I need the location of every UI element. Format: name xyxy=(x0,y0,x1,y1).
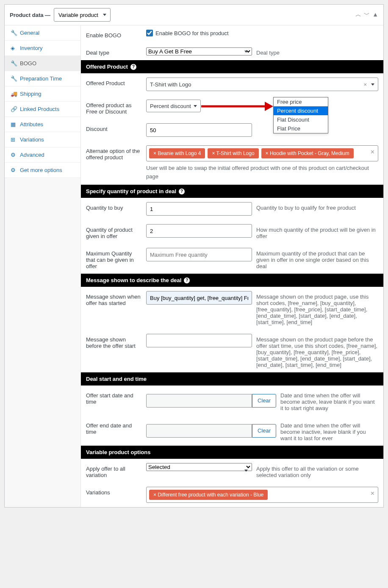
sidebar-item-inventory[interactable]: ◈Inventory xyxy=(5,41,80,56)
end-time-input[interactable] xyxy=(146,424,252,438)
truck-icon: 🚚 xyxy=(11,91,17,97)
chevron-down-icon[interactable]: ﹀ xyxy=(364,11,370,19)
dropdown-option-free-price[interactable]: Free price xyxy=(274,97,328,106)
end-time-label: Offer end date and time xyxy=(86,420,141,435)
enable-bogo-text: Enable BOGO for this product xyxy=(155,30,229,36)
free-or-discount-select[interactable]: Percent discount xyxy=(146,100,201,112)
wrench-icon: 🔧 xyxy=(11,75,17,82)
caret-icon xyxy=(194,105,197,107)
section-variable: Variable product options xyxy=(81,446,383,459)
msg-started-hint: Message shown on the product page, use t… xyxy=(256,291,378,325)
panel-header: Product data — Variable product ︿ ﹀ ▲ xyxy=(5,5,383,25)
section-quantity: Specify quantity of product in deal ? xyxy=(81,185,383,198)
dropdown-option-flat-price[interactable]: Flat Price xyxy=(274,124,328,133)
gear-icon: ⚙ xyxy=(11,167,17,173)
start-time-hint: Date and time when the offer will become… xyxy=(280,390,378,411)
dropdown-option-percent-discount[interactable]: Percent discount xyxy=(274,106,328,115)
sidebar-item-advanced[interactable]: ⚙Advanced xyxy=(5,147,80,163)
sidebar: 🔧General ◈Inventory 🔧BOGO 🔧Preparation T… xyxy=(5,25,81,507)
sidebar-item-variations[interactable]: ⊞Variations xyxy=(5,132,80,147)
dropdown-option-flat-discount[interactable]: Flat Discount xyxy=(274,115,328,124)
start-time-input[interactable] xyxy=(146,394,252,408)
diamond-icon: ◈ xyxy=(11,45,17,51)
qty-given-hint: How much quantity of the product will be… xyxy=(256,224,378,239)
discount-type-dropdown: Free price Percent discount Flat Discoun… xyxy=(273,97,328,133)
section-time: Deal start and end time xyxy=(81,372,383,386)
qty-max-hint: Maximum quantity of the product that can… xyxy=(256,248,378,269)
section-offered-product: Offered Product ? xyxy=(81,60,383,73)
deal-type-hint: Deal type xyxy=(256,47,378,56)
alternate-hint: User will be able to swap the initial of… xyxy=(146,164,378,180)
start-time-label: Offer start date and time xyxy=(86,390,141,405)
alternate-tags-container[interactable]: × Beanie with Logo 4 × T-Shirt with Logo… xyxy=(146,145,378,161)
layout-icon: ▦ xyxy=(11,121,17,128)
sidebar-item-get-more-options[interactable]: ⚙Get more options xyxy=(5,163,80,178)
wrench-icon: 🔧 xyxy=(11,30,17,36)
collapse-icon[interactable]: ▲ xyxy=(372,11,378,19)
caret-icon xyxy=(371,83,374,86)
qty-buy-input[interactable] xyxy=(146,202,252,216)
tag-item[interactable]: × Different free product with each varia… xyxy=(149,490,268,500)
help-icon[interactable]: ? xyxy=(130,64,136,70)
alternate-label: Alternate option of the offered product xyxy=(86,145,141,161)
free-or-discount-label: Offered product as Free or Discount xyxy=(86,100,141,115)
section-message: Message shown to describe the deal ? xyxy=(81,274,383,287)
discount-input[interactable] xyxy=(146,123,252,137)
product-data-panel: Product data — Variable product ︿ ﹀ ▲ 🔧G… xyxy=(4,4,384,508)
qty-max-label: Maximum Quantity that can be given in of… xyxy=(86,248,141,269)
variations-tags-container[interactable]: × Different free product with each varia… xyxy=(146,487,378,503)
product-type-select[interactable]: Variable product xyxy=(54,8,111,22)
sidebar-item-bogo[interactable]: 🔧BOGO xyxy=(5,56,80,71)
qty-buy-hint: Quantity to buy to qualify for free prod… xyxy=(256,202,378,216)
panel-title: Product data — xyxy=(10,12,50,18)
sidebar-item-general[interactable]: 🔧General xyxy=(5,25,80,41)
end-time-hint: Date and time when the offer will become… xyxy=(280,420,378,441)
grid-icon: ⊞ xyxy=(11,136,17,143)
discount-label: Discount xyxy=(86,123,141,132)
offered-product-label: Offered Product xyxy=(86,78,141,86)
tag-item[interactable]: × Beanie with Logo 4 xyxy=(149,148,205,158)
wrench-icon: 🔧 xyxy=(11,60,17,67)
gear-icon: ⚙ xyxy=(11,152,17,158)
clear-all-icon[interactable]: × xyxy=(371,148,374,156)
msg-started-input[interactable] xyxy=(146,291,252,305)
help-icon[interactable]: ? xyxy=(179,189,185,194)
deal-type-select[interactable]: Buy A Get B Free xyxy=(146,47,252,55)
sidebar-item-attributes[interactable]: ▦Attributes xyxy=(5,117,80,132)
annotation-arrow xyxy=(201,101,273,112)
deal-type-label: Deal type xyxy=(86,47,141,56)
start-time-clear-button[interactable]: Clear xyxy=(252,394,276,408)
apply-variation-select[interactable]: Selected xyxy=(146,463,252,471)
variations-label: Variations xyxy=(86,487,141,496)
apply-variation-hint: Apply this offer to all the variation or… xyxy=(256,463,378,478)
offered-product-select[interactable]: T-Shirt with Logo × xyxy=(146,78,378,91)
main-content: Enable BOGO Enable BOGO for this product… xyxy=(81,25,383,507)
link-icon: 🔗 xyxy=(11,106,17,112)
sidebar-item-linked-products[interactable]: 🔗Linked Products xyxy=(5,102,80,117)
tag-item[interactable]: × T-Shirt with Logo xyxy=(208,148,258,158)
tag-item[interactable]: × Hoodie with Pocket - Gray, Medium xyxy=(261,148,354,158)
clear-all-icon[interactable]: × xyxy=(371,490,374,497)
clear-icon[interactable]: × xyxy=(363,81,367,88)
enable-bogo-checkbox[interactable] xyxy=(146,30,153,36)
qty-given-input[interactable] xyxy=(146,224,252,238)
msg-started-label: Message shown when offer has started xyxy=(86,291,141,306)
msg-before-label: Message shown before the offer start xyxy=(86,334,141,349)
svg-marker-1 xyxy=(265,102,273,111)
qty-given-label: Quantity of product given in offer xyxy=(86,224,141,239)
msg-before-hint: Message shown on the product page before… xyxy=(256,334,378,368)
sidebar-item-shipping[interactable]: 🚚Shipping xyxy=(5,86,80,102)
help-icon[interactable]: ? xyxy=(184,277,190,283)
sidebar-item-preparation-time[interactable]: 🔧Preparation Time xyxy=(5,71,80,86)
qty-buy-label: Quantity to buy xyxy=(86,202,141,211)
apply-variation-label: Apply offer to all variation xyxy=(86,463,141,478)
qty-max-input[interactable] xyxy=(146,248,252,261)
end-time-clear-button[interactable]: Clear xyxy=(252,424,276,438)
msg-before-input[interactable] xyxy=(146,334,252,347)
enable-bogo-label: Enable BOGO xyxy=(86,30,141,39)
chevron-up-icon[interactable]: ︿ xyxy=(355,11,361,19)
